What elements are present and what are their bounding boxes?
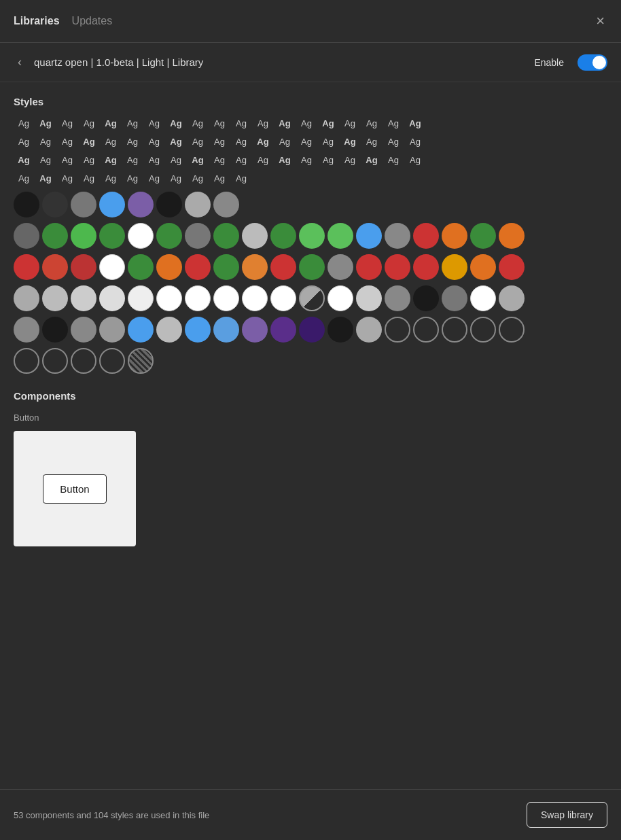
color-swatch [385,223,410,249]
ag-item: Ag [57,155,77,165]
ag-item: Ag [209,137,230,147]
ag-item: Ag [166,155,186,165]
color-swatch [470,254,496,280]
enable-toggle[interactable] [578,54,607,71]
color-swatch [470,223,496,249]
color-swatch [213,254,239,280]
tab-updates[interactable]: Updates [72,15,113,27]
ag-item: Ag [361,155,382,165]
ag-item: Ag [101,155,121,165]
color-swatch [185,223,211,249]
ag-item: Ag [57,137,77,147]
ag-item: Ag [231,137,251,147]
color-swatch-outlined [14,348,39,374]
color-swatch [156,285,182,311]
color-swatch [213,223,239,249]
ag-item: Ag [383,155,404,165]
ag-item: Ag [231,118,251,128]
header: Libraries Updates × [0,0,621,43]
footer-info-text: 53 components and 104 styles are used in… [14,810,209,820]
color-swatch [413,223,439,249]
color-swatch [242,285,268,311]
color-swatch [327,223,353,249]
color-swatch [156,317,182,343]
ag-item: Ag [14,155,34,165]
typography-grid-row2: Ag Ag Ag Ag Ag Ag Ag Ag Ag Ag Ag Ag Ag A… [14,137,607,147]
ag-item: Ag [318,137,338,147]
color-swatch [270,254,296,280]
ag-item: Ag [79,155,99,165]
ag-item: Ag [79,118,99,128]
close-button[interactable]: × [593,10,607,33]
ag-item: Ag [35,137,56,147]
color-swatch [99,192,125,217]
color-swatch [270,285,296,311]
color-swatch [99,223,125,249]
ag-item: Ag [253,155,273,165]
header-tabs: Libraries Updates [14,15,112,27]
ag-item: Ag [122,155,143,165]
footer: 53 components and 104 styles are used in… [0,789,621,840]
swap-library-button[interactable]: Swap library [527,802,607,828]
styles-section-title: Styles [14,96,607,107]
color-swatch [327,317,353,343]
color-swatch-half [299,285,325,311]
ag-item: Ag [144,155,164,165]
components-section: Components Button Button [14,390,607,546]
ag-item: Ag [274,155,295,165]
ag-item: Ag [296,155,317,165]
ag-item: Ag [340,155,360,165]
ag-item: Ag [14,118,34,128]
ag-item: Ag [231,173,251,183]
ag-item: Ag [361,118,382,128]
color-swatch [128,285,154,311]
color-swatch-outlined [99,348,125,374]
color-swatch-outlined [71,348,96,374]
color-swatch [242,223,268,249]
ag-item: Ag [231,155,251,165]
ag-item: Ag [253,137,273,147]
color-swatch [14,317,39,343]
color-swatch [42,192,68,217]
color-swatch [99,317,125,343]
main-content: Styles Ag Ag Ag Ag Ag Ag Ag Ag Ag Ag Ag … [0,82,621,775]
ag-item: Ag [14,173,34,183]
ag-item: Ag [35,118,56,128]
ag-item: Ag [166,137,186,147]
back-button[interactable]: ‹ [14,54,26,71]
ag-item: Ag [101,137,121,147]
ag-item: Ag [253,118,273,128]
color-swatch [356,285,382,311]
ag-item: Ag [318,118,338,128]
preview-button[interactable]: Button [43,474,106,504]
ag-item: Ag [188,137,208,147]
color-swatch [42,317,68,343]
color-swatch [71,192,96,217]
ag-item: Ag [14,137,34,147]
components-section-title: Components [14,390,607,402]
ag-item: Ag [144,173,164,183]
ag-item: Ag [57,173,77,183]
tab-libraries[interactable]: Libraries [14,15,60,27]
ag-item: Ag [209,118,230,128]
color-swatch [299,317,325,343]
typography-grid-row1: Ag Ag Ag Ag Ag Ag Ag Ag Ag Ag Ag Ag Ag A… [14,118,607,128]
color-swatch [356,317,382,343]
ag-item: Ag [122,173,143,183]
color-swatch [299,254,325,280]
ag-item: Ag [274,137,295,147]
typography-grid-row3: Ag Ag Ag Ag Ag Ag Ag Ag Ag Ag Ag Ag Ag A… [14,155,607,165]
ag-item: Ag [188,155,208,165]
color-swatch [14,254,39,280]
color-swatch [185,317,211,343]
ag-item: Ag [405,155,425,165]
color-swatch [270,223,296,249]
typography-grid-row4: Ag Ag Ag Ag Ag Ag Ag Ag Ag Ag Ag [14,173,607,183]
color-swatch [327,285,353,311]
color-swatch [499,254,525,280]
color-swatch [356,223,382,249]
ag-item: Ag [188,118,208,128]
color-swatch [71,317,96,343]
ag-item: Ag [383,118,404,128]
styles-section: Styles Ag Ag Ag Ag Ag Ag Ag Ag Ag Ag Ag … [14,96,607,374]
